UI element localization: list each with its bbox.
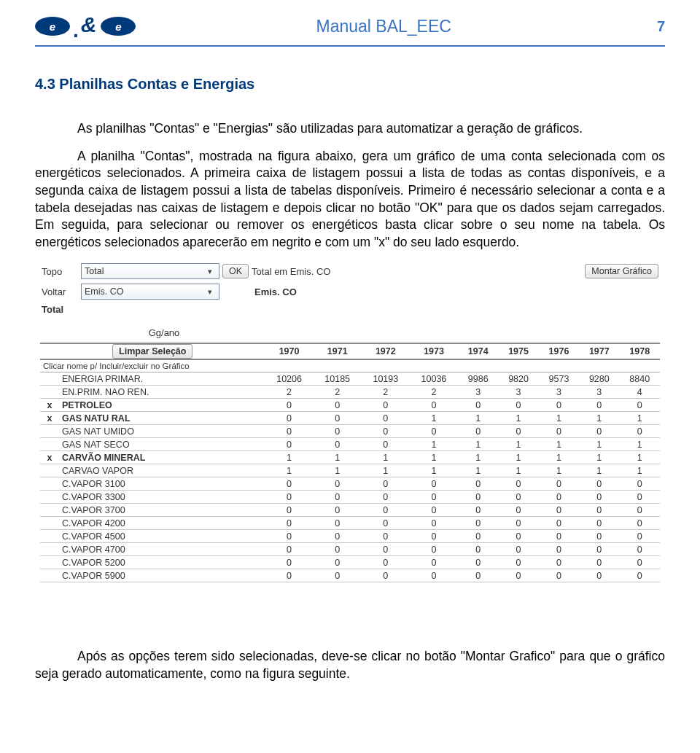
row-name: C.VAPOR 3700 [59,504,265,517]
data-cell: 0 [314,569,362,582]
table-row[interactable]: CARVAO VAPOR111111111 [40,464,660,477]
year-header-cell: 1974 [458,343,498,359]
row-mark: x [40,399,59,412]
row-name: ENERGIA PRIMAR. [59,372,265,386]
chevron-down-icon: ▾ [204,286,216,297]
data-table: Limpar Seleção 1970197119721973197419751… [40,343,660,582]
data-cell: 0 [620,530,660,543]
table-row[interactable]: xCARVÃO MINERAL111111111 [40,451,660,464]
data-cell: 0 [410,425,458,438]
data-cell: 9820 [498,372,538,386]
data-cell: 0 [620,504,660,517]
data-cell: 0 [620,399,660,412]
data-cell: 0 [579,569,619,582]
data-cell: 0 [458,504,498,517]
data-cell: 0 [458,425,498,438]
logo-ampersand: & [81,14,97,36]
limpar-selecao-button[interactable]: Limpar Seleção [112,344,192,359]
year-spacer-cell [620,359,660,372]
table-row[interactable]: EN.PRIM. NAO REN.222233334 [40,386,660,399]
data-cell: 1 [458,412,498,425]
data-cell: 0 [620,543,660,556]
data-cell: 0 [498,530,538,543]
data-cell: 3 [579,386,619,399]
table-row[interactable]: C.VAPOR 5900000000000 [40,569,660,582]
data-cell: 1 [410,438,458,451]
year-header-cell: 1975 [498,343,538,359]
data-cell: 1 [579,412,619,425]
data-cell: 0 [579,556,619,569]
row-mark [40,556,59,569]
table-row[interactable]: xGAS NATU RAL000111111 [40,412,660,425]
data-cell: 1 [620,451,660,464]
data-cell: 0 [362,530,410,543]
year-spacer-cell [265,359,314,372]
logo-ellipse-2: e [101,17,136,36]
data-cell: 0 [539,543,579,556]
data-cell: 0 [498,569,538,582]
table-row[interactable]: GAS NAT UMIDO000000000 [40,425,660,438]
table-row[interactable]: GAS NAT SECO000111111 [40,438,660,451]
year-spacer-cell [314,359,362,372]
paragraph-1: As planilhas "Contas" e "Energias" são u… [35,120,665,138]
click-hint: Clicar nome p/ Incluir/excluir no Gráfic… [40,359,265,372]
table-row[interactable]: C.VAPOR 4700000000000 [40,543,660,556]
table-row[interactable]: ENERGIA PRIMAR.1020610185101931003699869… [40,372,660,386]
table-hint-row: Clicar nome p/ Incluir/excluir no Gráfic… [40,359,660,372]
table-row[interactable]: C.VAPOR 4200000000000 [40,517,660,530]
data-cell: 0 [362,517,410,530]
select-voltar[interactable]: Emis. CO ▾ [81,284,219,300]
row-name: C.VAPOR 4700 [59,543,265,556]
data-cell: 0 [458,399,498,412]
ok-button[interactable]: OK [222,264,249,278]
data-cell: 10206 [265,372,314,386]
data-cell: 0 [265,491,314,504]
year-spacer-cell [362,359,410,372]
data-cell: 0 [498,399,538,412]
logo-ellipse-1: e [35,17,70,36]
data-cell: 0 [539,517,579,530]
row-name: CARVAO VAPOR [59,464,265,477]
data-cell: 1 [498,412,538,425]
data-cell: 10185 [314,372,362,386]
year-spacer-cell [539,359,579,372]
data-cell: 0 [410,399,458,412]
table-row[interactable]: C.VAPOR 5200000000000 [40,556,660,569]
data-cell: 0 [362,556,410,569]
row-mark [40,530,59,543]
data-cell: 1 [498,451,538,464]
data-cell: 0 [539,556,579,569]
data-cell: 1 [265,451,314,464]
data-cell: 0 [265,530,314,543]
select-topo[interactable]: Total ▾ [81,263,219,279]
row-mark [40,477,59,491]
row-name: C.VAPOR 4200 [59,517,265,530]
data-cell: 0 [539,477,579,491]
montar-grafico-button[interactable]: Montar Gráfico [585,264,658,278]
row-mark [40,386,59,399]
table-row[interactable]: C.VAPOR 3700000000000 [40,504,660,517]
table-row[interactable]: xPETROLEO000000000 [40,399,660,412]
data-cell: 1 [539,412,579,425]
data-cell: 0 [410,504,458,517]
table-row[interactable]: C.VAPOR 4500000000000 [40,530,660,543]
data-cell: 0 [458,530,498,543]
row-mark [40,491,59,504]
data-cell: 0 [410,556,458,569]
row-mark [40,517,59,530]
data-cell: 0 [410,569,458,582]
data-cell: 0 [410,477,458,491]
table-row[interactable]: C.VAPOR 3300000000000 [40,491,660,504]
data-cell: 1 [620,412,660,425]
data-cell: 0 [620,517,660,530]
logo-dot: . [73,19,79,42]
paragraph-2: A planilha "Contas", mostrada na figura … [35,148,665,251]
data-cell: 0 [265,517,314,530]
year-spacer-cell [579,359,619,372]
row-name: C.VAPOR 3300 [59,491,265,504]
table-year-header: Limpar Seleção 1970197119721973197419751… [40,343,660,359]
emis-co-center: Emis. CO [254,286,297,297]
data-cell: 9573 [539,372,579,386]
table-row[interactable]: C.VAPOR 3100000000000 [40,477,660,491]
data-cell: 0 [458,543,498,556]
